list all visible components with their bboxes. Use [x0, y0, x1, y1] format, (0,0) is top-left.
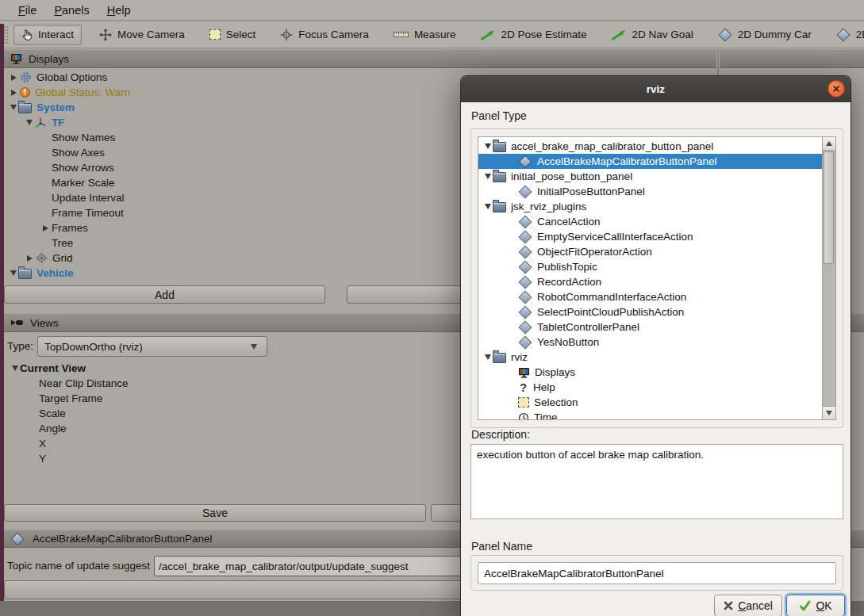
panel-type-jsk-rviz-plugins[interactable]: jsk_rviz_plugins	[478, 199, 822, 214]
panel-type-item-label: CancelAction	[537, 216, 601, 228]
panel-type-yesnobutton[interactable]: YesNoButton	[478, 335, 822, 350]
view-row-target-frame[interactable]: Target Frame	[4, 391, 456, 406]
panel-type-accelbrakemapcalibratorbuttonpanel[interactable]: AccelBrakeMapCalibratorButtonPanel	[478, 154, 822, 169]
spacer	[42, 182, 52, 183]
tool-2d-dummy-pedestrian[interactable]: 2D Dummy Pedestrian	[829, 25, 864, 44]
cancel-x-icon	[724, 601, 733, 610]
folder-icon	[493, 353, 506, 363]
toolbar: InteractMove CameraSelectFocus CameraMea…	[0, 21, 864, 48]
panel-type-item-label: TabletControllerPanel	[537, 321, 639, 333]
chevron-down-icon[interactable]	[485, 174, 491, 179]
warn-icon: !	[20, 87, 30, 98]
view-row-current-view[interactable]: Current View	[4, 361, 456, 376]
menu-help[interactable]: Help	[98, 2, 140, 18]
chevron-right-icon[interactable]	[11, 75, 17, 81]
tool-move-camera[interactable]: Move Camera	[92, 25, 192, 44]
panel-type-objectfitoperatoraction[interactable]: ObjectFitOperatorAction	[478, 244, 822, 259]
plugin-diamond-icon	[718, 28, 732, 41]
spacer	[478, 176, 485, 177]
plugin-diamond-icon	[519, 245, 532, 258]
scroll-down-button[interactable]	[823, 406, 835, 419]
spacer	[478, 387, 518, 388]
view-row-angle[interactable]: Angle	[4, 421, 456, 436]
tree-label: TF	[52, 117, 65, 128]
chevron-down-icon[interactable]	[485, 354, 491, 360]
tree-label: Frame Timeout	[52, 207, 124, 219]
add-display-button[interactable]: Add	[4, 285, 325, 304]
panel-type-accel-brake-map-calibrator-button-panel[interactable]: accel_brake_map_calibrator_button_panel	[478, 139, 822, 154]
chevron-down-icon[interactable]	[10, 270, 17, 276]
description-label: Description:	[471, 428, 530, 441]
chevron-right-icon[interactable]	[43, 225, 48, 231]
scrollbar-thumb[interactable]	[824, 151, 834, 264]
select-box-icon	[209, 29, 221, 40]
panel-type-emptyservicecallinterfaceaction[interactable]: EmptyServiceCallInterfaceAction	[478, 229, 822, 244]
plugin-diamond-icon	[519, 335, 532, 349]
folder-icon	[493, 202, 506, 212]
plugin-diamond-icon	[519, 215, 532, 228]
panel-type-tabletcontrollerpanel[interactable]: TabletControllerPanel	[478, 319, 822, 335]
panel-type-item-label: RobotCommandInterfaceAction	[537, 291, 686, 303]
gear-icon	[20, 71, 32, 83]
menu-file[interactable]: File	[10, 2, 45, 18]
tool-interact[interactable]: Interact	[13, 25, 82, 45]
panel-type-selectpointcloudpublishaction[interactable]: SelectPointCloudPublishAction	[478, 304, 822, 319]
panel-type-robotcommandinterfaceaction[interactable]: RobotCommandInterfaceAction	[478, 289, 822, 304]
panel-type-initial-pose-button-panel[interactable]: initial_pose_button_panel	[478, 169, 822, 184]
close-icon[interactable]	[828, 80, 845, 98]
panel-type-item-label: Selection	[534, 396, 578, 408]
spacer	[42, 152, 52, 153]
spacer	[4, 167, 42, 168]
spacer	[4, 92, 10, 93]
tool-measure[interactable]: Measure	[386, 25, 463, 44]
tree-label: System	[36, 101, 75, 113]
clock-icon	[518, 412, 529, 421]
panel-type-publishtopic[interactable]: PublishTopic	[478, 259, 822, 274]
view-row-near-clip-distance[interactable]: Near Clip Distance	[4, 376, 456, 391]
save-view-button[interactable]: Save	[4, 504, 426, 522]
chevron-down-icon[interactable]	[12, 365, 18, 371]
panel-type-cancelaction[interactable]: CancelAction	[478, 214, 822, 229]
chevron-down-icon[interactable]	[10, 105, 17, 110]
tool-focus-camera[interactable]: Focus Camera	[273, 25, 376, 44]
ok-button[interactable]: OK	[786, 595, 845, 616]
folder-icon	[493, 172, 506, 182]
tool-2d-nav-goal[interactable]: 2D Nav Goal	[604, 25, 700, 44]
panel-type-selection[interactable]: Selection	[478, 395, 822, 410]
spacer	[29, 413, 39, 414]
tool-2d-pose-estimate[interactable]: 2D Pose Estimate	[473, 25, 593, 44]
spacer	[4, 368, 12, 369]
panel-type-time[interactable]: Time	[478, 410, 822, 420]
panel-type-recordaction[interactable]: RecordAction	[478, 274, 822, 289]
chevron-right-icon[interactable]	[11, 90, 17, 96]
cancel-button[interactable]: Cancel	[714, 595, 782, 616]
chevron-right-icon[interactable]	[27, 255, 33, 262]
dialog-titlebar[interactable]: rviz	[461, 76, 851, 102]
menu-panels[interactable]: Panels	[45, 2, 98, 18]
view-row-y[interactable]: Y	[4, 451, 456, 466]
tool-select[interactable]: Select	[202, 25, 263, 44]
view-row-x[interactable]: X	[4, 436, 456, 451]
panel-type-displays[interactable]: Displays	[478, 365, 822, 380]
panel-type-help[interactable]: ?Help	[478, 380, 822, 395]
chevron-down-icon[interactable]	[485, 143, 491, 149]
chevron-down-icon[interactable]	[485, 204, 491, 209]
scroll-up-button[interactable]	[823, 137, 835, 151]
tool-2d-dummy-car[interactable]: 2D Dummy Car	[711, 25, 819, 44]
displays-panel-title: Displays	[29, 53, 69, 65]
chevron-down-icon[interactable]	[26, 120, 33, 125]
panel-type-rviz[interactable]: rviz	[478, 350, 822, 365]
scrollbar[interactable]	[822, 137, 835, 419]
view-row-scale[interactable]: Scale	[4, 406, 456, 421]
panel-type-item-label: InitialPoseButtonPanel	[537, 186, 645, 197]
toolbar-grip-handle[interactable]	[3, 25, 9, 44]
panel-name-input[interactable]	[478, 562, 836, 584]
spacer	[478, 402, 518, 403]
panel-type-initialposebuttonpanel[interactable]: InitialPoseButtonPanel	[478, 184, 822, 199]
panel-type-item-label: YesNoButton	[537, 336, 599, 348]
save-button-label: Save	[202, 507, 228, 519]
spacer	[29, 443, 39, 444]
view-type-combobox[interactable]: TopDownOrtho (rviz)	[37, 336, 267, 357]
panel-type-item-label: jsk_rviz_plugins	[511, 201, 586, 212]
tree-label: Grid	[52, 252, 73, 264]
